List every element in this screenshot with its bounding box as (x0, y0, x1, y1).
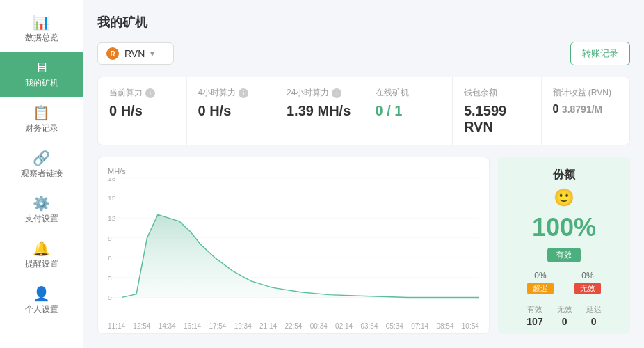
predicted-income-label: 预计收益 (RVN) (553, 87, 611, 99)
share-stat-invalid-value: 0 (562, 316, 567, 327)
share-stat-valid-label: 有效 (527, 304, 542, 315)
wallet-balance-label: 钱包余额 (464, 87, 497, 99)
sidebar-item-label: 观察者链接 (21, 168, 63, 180)
delay-tag: 超迟 (527, 283, 554, 294)
online-miners-label: 在线矿机 (376, 87, 409, 99)
sidebar-item-dashboard[interactable]: 📊 数据总览 (0, 7, 83, 52)
share-stat-delay-value: 0 (591, 316, 597, 327)
stat-online-miners: 在线矿机 0 / 1 (364, 77, 453, 145)
svg-text:6: 6 (108, 254, 112, 262)
svg-text:9: 9 (108, 235, 112, 242)
4h-hashrate-label: 4小时算力 (198, 87, 236, 99)
sidebar-item-label: 提醒设置 (25, 258, 58, 270)
stat-24h-hashrate: 24小时算力 i 1.39 MH/s (275, 77, 364, 145)
reminder-icon: 🔔 (33, 242, 50, 255)
sidebar-item-payment[interactable]: ⚙️ 支付设置 (0, 188, 83, 233)
invalid-badge: 0% 无效 (574, 271, 601, 294)
delay-badge: 0% 超迟 (527, 271, 554, 294)
chevron-down-icon: ▾ (150, 49, 154, 58)
sidebar-item-observer[interactable]: 🔗 观察者链接 (0, 143, 83, 188)
sidebar-item-label: 我的矿机 (25, 77, 58, 89)
stat-wallet-balance: 钱包余额 5.1599 RVN (453, 77, 542, 145)
delay-pct: 0% (534, 271, 546, 280)
dashboard-icon: 📊 (33, 15, 50, 29)
chart-section: MH/s 18 15 12 9 6 3 0 (97, 157, 630, 334)
stat-current-hashrate: 当前算力 i 0 H/s (98, 77, 187, 145)
payment-icon: ⚙️ (33, 196, 50, 210)
sidebar-item-miner[interactable]: 🖥 我的矿机 (0, 52, 83, 97)
current-hashrate-label: 当前算力 (109, 87, 143, 99)
share-stat-valid: 有效 107 (526, 304, 542, 327)
hashrate-chart: 18 15 12 9 6 3 0 (108, 178, 479, 317)
share-percent: 100% (532, 213, 596, 242)
24h-hashrate-value: 1.39 MH/s (287, 103, 353, 119)
share-title: 份额 (553, 168, 575, 182)
svg-marker-14 (122, 214, 479, 297)
sidebar-item-finance[interactable]: 📋 财务记录 (0, 97, 83, 143)
sidebar-item-label: 财务记录 (25, 122, 58, 134)
sidebar-item-profile[interactable]: 👤 个人设置 (0, 278, 83, 324)
chart-x-labels: 11:14 12:54 14:34 16:14 17:54 19:34 21:1… (108, 322, 479, 330)
svg-text:3: 3 (108, 274, 112, 282)
coin-icon: R (106, 47, 119, 60)
info-icon-2[interactable]: i (239, 88, 248, 98)
finance-icon: 📋 (33, 106, 50, 120)
chart-container: MH/s 18 15 12 9 6 3 0 (97, 157, 490, 334)
share-mini-badges: 0% 超迟 0% 无效 (527, 271, 601, 294)
sidebar-item-label: 数据总览 (25, 32, 58, 44)
toolbar: R RVN ▾ 转账记录 (97, 42, 630, 65)
online-miners-value: 0 / 1 (376, 103, 442, 119)
profile-icon: 👤 (33, 287, 50, 301)
share-stat-delay: 延迟 0 (586, 304, 602, 327)
page-title: 我的矿机 (97, 14, 630, 31)
chart-unit: MH/s (108, 167, 479, 175)
svg-text:12: 12 (108, 214, 115, 222)
observer-icon: 🔗 (33, 151, 50, 165)
share-stats: 有效 107 无效 0 延迟 0 (509, 304, 619, 327)
share-stat-invalid-label: 无效 (557, 304, 572, 315)
svg-text:15: 15 (108, 195, 116, 203)
main-content: 我的矿机 R RVN ▾ 转账记录 当前算力 i 0 H/s 4小时算力 i 0… (83, 0, 644, 348)
sidebar-item-label: 支付设置 (25, 213, 58, 225)
info-icon[interactable]: i (145, 88, 155, 98)
miner-icon: 🖥 (35, 61, 49, 74)
info-icon-3[interactable]: i (332, 88, 341, 98)
sidebar-item-reminder[interactable]: 🔔 提醒设置 (0, 233, 83, 278)
share-panel: 份额 🙂 100% 有效 0% 超迟 0% 无效 有效 107 (498, 157, 630, 334)
share-stat-delay-label: 延迟 (586, 304, 602, 315)
predicted-income-value: 0 3.8791/M (553, 103, 619, 116)
share-stat-valid-value: 107 (526, 316, 542, 327)
svg-text:18: 18 (108, 178, 116, 182)
sidebar: 📊 数据总览 🖥 我的矿机 📋 财务记录 🔗 观察者链接 ⚙️ 支付设置 🔔 提… (0, 0, 83, 348)
transfer-button[interactable]: 转账记录 (570, 42, 630, 65)
4h-hashrate-value: 0 H/s (198, 103, 264, 119)
wallet-balance-value: 5.1599 RVN (464, 103, 530, 135)
valid-badge: 有效 (547, 248, 581, 262)
current-hashrate-value: 0 H/s (109, 103, 175, 119)
coin-label: RVN (124, 48, 145, 59)
smiley-icon: 🙂 (554, 188, 574, 207)
svg-text:0: 0 (108, 294, 112, 302)
stat-predicted-income: 预计收益 (RVN) 0 3.8791/M (542, 77, 630, 145)
stats-row: 当前算力 i 0 H/s 4小时算力 i 0 H/s 24小时算力 i 1.39… (97, 77, 630, 145)
invalid-tag: 无效 (574, 283, 601, 294)
coin-selector[interactable]: R RVN ▾ (97, 42, 174, 65)
stat-4h-hashrate: 4小时算力 i 0 H/s (187, 77, 276, 145)
24h-hashrate-label: 24小时算力 (287, 87, 329, 99)
sidebar-item-label: 个人设置 (25, 303, 58, 315)
invalid-pct: 0% (581, 271, 593, 280)
share-stat-invalid: 无效 0 (557, 304, 572, 327)
